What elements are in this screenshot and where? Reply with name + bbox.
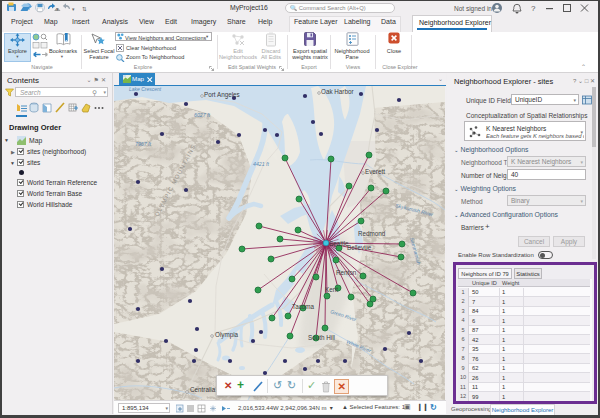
svg-text:Bellevue: Bellevue	[347, 244, 372, 251]
svg-text:Tacoma: Tacoma	[292, 303, 315, 310]
svg-text:4421 ft: 4421 ft	[253, 161, 269, 167]
svg-text:?: ?	[531, 4, 536, 13]
svg-text:6027 ft: 6027 ft	[194, 112, 210, 118]
svg-text:Olympia: Olympia	[215, 331, 239, 339]
svg-text:Everett: Everett	[365, 168, 385, 175]
svg-text:South Hill: South Hill	[308, 334, 335, 341]
svg-text:Lake Crescent: Lake Crescent	[129, 86, 162, 92]
svg-text:▾: ▾	[72, 6, 75, 12]
svg-text:Redmond: Redmond	[358, 230, 386, 237]
svg-text:Oak Harbor: Oak Harbor	[321, 88, 354, 95]
svg-text:Centralia: Centralia	[190, 386, 216, 393]
svg-text:Kent: Kent	[325, 286, 338, 293]
svg-text:Seattle: Seattle	[329, 240, 349, 247]
svg-text:⇅: ⇅	[82, 6, 87, 12]
svg-text:Renton: Renton	[336, 269, 357, 276]
svg-text:Port Angeles: Port Angeles	[204, 91, 240, 99]
svg-text:7967 ft: 7967 ft	[135, 141, 151, 147]
